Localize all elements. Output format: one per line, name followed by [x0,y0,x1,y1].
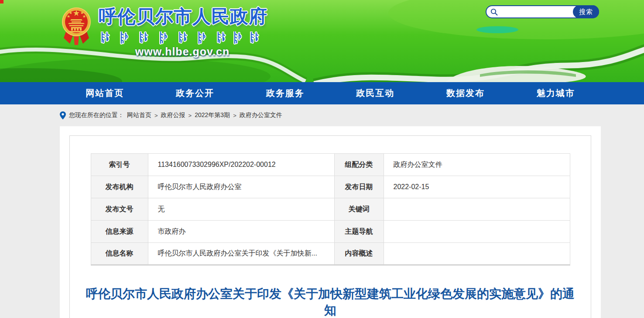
document-title: 呼伦贝尔市人民政府办公室关于印发《关于加快新型建筑工业化绿色发展的实施意见》的通… [86,286,575,318]
meta-value-source: 市政府办 [148,221,334,243]
nav-item-data[interactable]: 数据发布 [421,82,511,104]
nav-item-gov-service[interactable]: 政务服务 [240,82,330,104]
brand-text: 呼伦贝尔市人民政府 [99,4,266,58]
table-row: 索引号 1134160073302996XP/202202-00012 组配分类… [91,154,570,176]
breadcrumb-item-office-docs[interactable]: 政府办公室文件 [240,111,282,119]
national-emblem-icon [61,4,92,46]
meta-label: 组配分类 [334,154,384,176]
meta-label: 内容概述 [334,243,384,265]
breadcrumb: 您现在所在的位置： 网站首页 > 政府公报 > 2022年第3期 > 政府办公室… [60,111,282,120]
site-search: 搜索 [486,5,599,18]
table-row: 信息来源 市政府办 主题导航 [91,221,570,243]
nav-item-home[interactable]: 网站首页 [60,82,150,104]
search-input[interactable] [500,7,573,17]
meta-label: 关键词 [334,198,384,221]
map-pin-icon [60,111,66,120]
meta-label: 信息来源 [91,221,148,243]
meta-value-summary [384,243,570,265]
site-url: www.hlbe.gov.cn [99,45,266,58]
breadcrumb-item-home[interactable]: 网站首页 [127,111,151,119]
breadcrumb-bar: 您现在所在的位置： 网站首页 > 政府公报 > 2022年第3期 > 政府办公室… [0,104,644,126]
table-row: 发布文号 无 关键词 [91,198,570,221]
meta-value-doc-number: 无 [148,198,334,221]
meta-label: 索引号 [91,154,148,176]
corner-marker [0,0,3,3]
breadcrumb-prefix: 您现在所在的位置： [69,111,124,119]
site-title: 呼伦贝尔市人民政府 [99,4,266,29]
search-button[interactable]: 搜索 [573,5,599,18]
nav-item-city-charm[interactable]: 魅力城市 [510,82,601,104]
main-content: 索引号 1134160073302996XP/202202-00012 组配分类… [0,126,644,318]
site-banner: 呼伦贝尔市人民政府 [0,0,644,82]
document-panel: 索引号 1134160073302996XP/202202-00012 组配分类… [69,135,591,318]
breadcrumb-separator: > [154,112,158,119]
search-icon [490,8,498,16]
nav-item-interaction[interactable]: 政民互动 [330,82,421,104]
site-brand: 呼伦贝尔市人民政府 [61,4,266,58]
meta-value-publish-date: 2022-02-15 [384,176,570,198]
meta-value-info-name: 呼伦贝尔市人民政府办公室关于印发《关于加快新... [148,243,334,265]
breadcrumb-separator: > [233,112,236,119]
table-row: 发布机构 呼伦贝尔市人民政府办公室 发布日期 2022-02-15 [91,176,570,198]
breadcrumb-item-issue[interactable]: 2022年第3期 [195,111,230,119]
meta-label: 发布机构 [91,176,148,198]
meta-value-index-number: 1134160073302996XP/202202-00012 [148,154,334,176]
meta-label: 主题导航 [334,221,384,243]
meta-value-category: 政府办公室文件 [384,154,570,176]
meta-label: 发布文号 [91,198,148,221]
meta-value-topic-nav [384,221,570,243]
table-row: 信息名称 呼伦贝尔市人民政府办公室关于印发《关于加快新... 内容概述 [91,243,570,265]
document-metadata-table: 索引号 1134160073302996XP/202202-00012 组配分类… [91,153,570,266]
nav-item-gov-info[interactable]: 政务公开 [150,82,240,104]
meta-label: 信息名称 [91,243,148,265]
content-card: 索引号 1134160073302996XP/202202-00012 组配分类… [60,126,601,318]
breadcrumb-item-gazette[interactable]: 政府公报 [161,111,185,119]
meta-label: 发布日期 [334,176,384,198]
mongolian-script-icon [99,31,259,45]
meta-value-issuing-agency: 呼伦贝尔市人民政府办公室 [148,176,334,198]
breadcrumb-separator: > [188,112,192,119]
main-nav: 网站首页 政务公开 政务服务 政民互动 数据发布 魅力城市 [0,82,644,104]
meta-value-keywords [384,198,570,221]
